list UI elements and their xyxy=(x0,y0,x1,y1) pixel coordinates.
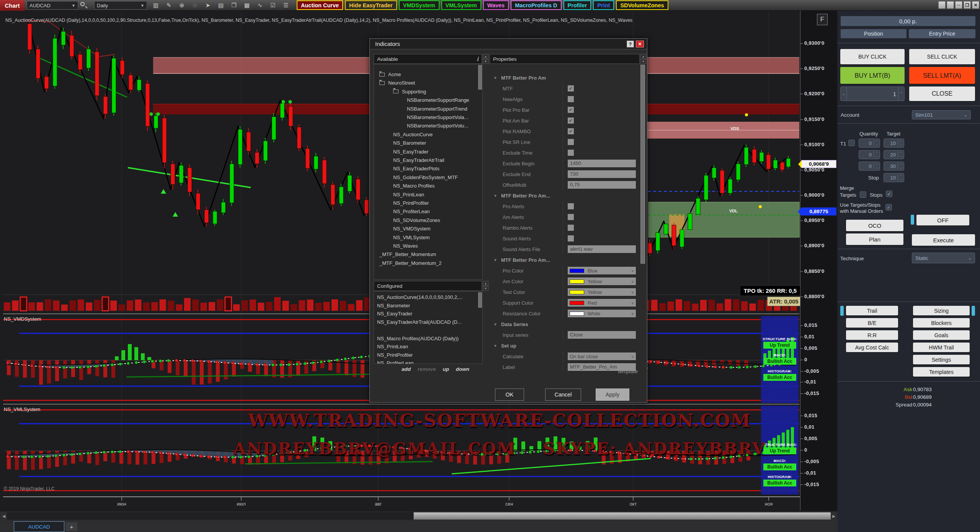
available-item[interactable]: NS_PrintLean xyxy=(374,191,482,199)
quantity-spinner-1[interactable]: 0⌃⌄ xyxy=(859,139,880,148)
list-icon[interactable]: ☰ xyxy=(280,1,292,10)
fixed-scale-button[interactable]: F xyxy=(817,14,828,25)
scroll-up-icon[interactable]: ▲ xyxy=(640,54,646,59)
close-icon[interactable]: ✕ xyxy=(636,41,644,47)
add-tab-button[interactable]: + xyxy=(66,522,77,531)
off-button[interactable]: OFF xyxy=(916,215,969,225)
available-item[interactable]: NSBarometerSupportVolu... xyxy=(374,122,482,130)
template-link[interactable]: template xyxy=(598,369,638,374)
scroll-up-icon[interactable]: ▲ xyxy=(483,281,488,286)
configured-item[interactable]: NS_ProfilerLean xyxy=(374,359,482,364)
interval-selector[interactable]: Daily ▼ xyxy=(94,1,147,10)
available-item[interactable]: NS_EasyTraderPlots xyxy=(374,165,482,173)
property-checkbox[interactable]: ✔ xyxy=(568,107,574,113)
configured-list[interactable]: NS_AuctionCurve(14,0,0,0,50,100,2,...NS_… xyxy=(374,291,483,364)
available-item[interactable]: NS_GoldenFibsSystem_MTF xyxy=(374,173,482,181)
restore-icon[interactable]: ❐ xyxy=(964,1,971,9)
property-checkbox[interactable]: ✔ xyxy=(568,85,574,91)
properties-scroll[interactable]: ▲ ▼ xyxy=(640,54,646,64)
remove-link[interactable]: remove xyxy=(418,366,436,372)
price-axis[interactable]: 0,9300'00,9250'00,9200'00,9150'00,9100'0… xyxy=(800,11,837,511)
available-item[interactable]: NS_AuctionCurve xyxy=(374,131,482,139)
configured-item[interactable] xyxy=(374,326,482,334)
instrument-selector[interactable]: AUDCAD ▼ xyxy=(27,1,78,10)
configured-item[interactable]: NS_EasyTrader xyxy=(374,310,482,318)
available-item[interactable]: NS_EasyTrader xyxy=(374,148,482,156)
tab-audcad[interactable]: AUDCAD xyxy=(14,521,64,532)
minimize-icon[interactable]: ─ xyxy=(955,1,962,9)
available-item[interactable]: NS_PrintProfiler xyxy=(374,199,482,207)
property-field[interactable]: Close xyxy=(568,331,636,339)
hwm-trail-button[interactable]: HWM Trail xyxy=(913,343,970,352)
available-item[interactable]: _MTF_Better_Momentum xyxy=(374,250,482,258)
apply-button[interactable]: Apply xyxy=(596,388,629,401)
toolbar-button-auction-curve[interactable]: Auction Curve xyxy=(297,0,343,10)
r-r-button[interactable]: R:R xyxy=(846,330,898,340)
collapse-icon[interactable]: ▼ xyxy=(493,194,497,198)
available-item[interactable]: NS_Waves xyxy=(374,242,482,250)
merge-stops-checkbox[interactable]: ✓ xyxy=(886,191,892,197)
avg-cost-calc-button[interactable]: Avg Cost Calc xyxy=(846,343,898,352)
color-dropdown[interactable]: Red∨ xyxy=(568,299,636,307)
t1-checkbox[interactable] xyxy=(848,140,855,146)
close-icon[interactable]: ✕ xyxy=(972,1,979,9)
collapse-icon[interactable]: ▼ xyxy=(493,322,497,326)
property-field[interactable]: 0,75 xyxy=(568,181,636,189)
trail-button[interactable]: Trail xyxy=(846,306,898,315)
pencil-icon[interactable]: ✎ xyxy=(163,1,175,10)
available-list[interactable]: AcmeNeuroStreetSupportingNSBarometerSupp… xyxy=(374,64,483,280)
available-item[interactable]: Supporting xyxy=(374,88,482,96)
dialog-titlebar[interactable]: Indicators xyxy=(370,39,647,49)
property-field[interactable]: 1450 xyxy=(568,160,636,167)
toolbar-button-waves[interactable]: Waves xyxy=(483,0,509,10)
bar-chart-icon[interactable]: ▥ xyxy=(150,1,162,10)
close-button[interactable]: CLOSE xyxy=(909,86,975,101)
property-checkbox[interactable]: ✔ xyxy=(568,128,574,134)
technique-selector[interactable]: Static ⌄ xyxy=(912,253,975,263)
position-button[interactable]: Position xyxy=(841,29,906,38)
data-box-icon[interactable]: ▤ xyxy=(215,1,227,10)
execute-button[interactable]: Execute xyxy=(912,234,975,246)
quantity-stepper[interactable]: ⌄ 1 ⌃ xyxy=(840,86,905,101)
property-checkbox[interactable] xyxy=(568,235,574,242)
sizing-toggle-indicator[interactable] xyxy=(972,306,975,316)
color-dropdown[interactable]: White∨ xyxy=(568,310,636,317)
merge-targets-checkbox[interactable] xyxy=(860,191,866,198)
property-group-header[interactable]: ▼MTF Better Pro Am... xyxy=(490,255,640,265)
target-spinner-2[interactable]: 20⌃⌄ xyxy=(884,150,904,159)
b-e-button[interactable]: B/E xyxy=(846,318,898,328)
collapse-icon[interactable]: ▼ xyxy=(493,76,497,80)
horizontal-scrollbar[interactable]: ◀ ▶ xyxy=(0,511,838,521)
search-icon[interactable] xyxy=(80,2,90,10)
cursor-icon[interactable]: ➤ xyxy=(202,1,214,10)
property-checkbox[interactable] xyxy=(568,203,574,209)
configured-item[interactable]: NS_EasyTraderAtrTrail(AUDCAD (D... xyxy=(374,318,482,326)
buy-limit-button[interactable]: BUY LMT(B) xyxy=(840,67,905,84)
plan-button[interactable]: Plan xyxy=(846,233,903,245)
property-dropdown[interactable]: On bar close∨ xyxy=(568,352,636,360)
oco-button[interactable]: OCO xyxy=(846,220,903,231)
entry-price-button[interactable]: Entry Price xyxy=(909,29,975,38)
property-group-header[interactable]: ▼Data Series xyxy=(490,319,640,330)
dock-icon[interactable] xyxy=(947,1,954,9)
cancel-button[interactable]: Cancel xyxy=(545,388,581,401)
off-toggle-indicator[interactable] xyxy=(911,215,914,225)
property-checkbox[interactable] xyxy=(568,96,574,102)
stop-stepper[interactable]: 10 ⌃⌄ xyxy=(884,173,904,182)
down-link[interactable]: down xyxy=(456,366,469,372)
target-spinner-1[interactable]: 10⌃⌄ xyxy=(884,139,904,148)
toolbar-button-vmdsystem[interactable]: VMDSystem xyxy=(399,0,439,10)
zoom-in-icon[interactable]: ⊕ xyxy=(176,1,188,10)
scroll-left-icon[interactable]: ◀ xyxy=(1,512,7,520)
property-checkbox[interactable] xyxy=(568,214,574,220)
quantity-spinner-2[interactable]: 0⌃⌄ xyxy=(859,150,880,159)
property-group-header[interactable]: ▼Set up xyxy=(490,340,640,351)
available-item[interactable]: Acme xyxy=(374,70,482,78)
property-group-header[interactable]: ▼MTF Better Pro Am... xyxy=(490,190,640,201)
stepper-down-icon[interactable]: ⌄ xyxy=(841,87,847,101)
buy-click-button[interactable]: BUY CLICK xyxy=(840,49,905,64)
info-icon[interactable]: i xyxy=(477,55,479,62)
configured-item[interactable]: NS_PrintProfiler xyxy=(374,351,482,359)
property-checkbox[interactable] xyxy=(568,139,574,145)
templates-button[interactable]: Templates xyxy=(913,367,970,377)
